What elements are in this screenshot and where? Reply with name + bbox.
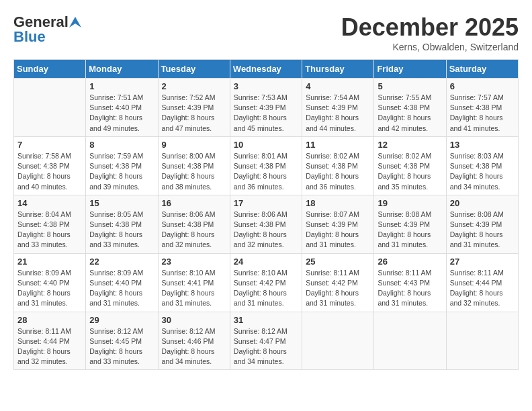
day-info: Sunrise: 8:11 AM Sunset: 4:44 PM Dayligh…: [450, 268, 515, 309]
day-number: 25: [306, 257, 370, 267]
day-number: 1: [89, 81, 154, 91]
calendar-cell: 17Sunrise: 8:06 AM Sunset: 4:38 PM Dayli…: [230, 195, 302, 253]
calendar-cell: 7Sunrise: 7:58 AM Sunset: 4:38 PM Daylig…: [14, 136, 86, 195]
calendar-week-3: 14Sunrise: 8:04 AM Sunset: 4:38 PM Dayli…: [14, 195, 519, 253]
day-info: Sunrise: 8:04 AM Sunset: 4:38 PM Dayligh…: [17, 210, 82, 250]
logo-bird-icon: [69, 17, 81, 28]
calendar-table: SundayMondayTuesdayWednesdayThursdayFrid…: [13, 59, 519, 370]
day-info: Sunrise: 8:11 AM Sunset: 4:42 PM Dayligh…: [306, 268, 370, 309]
day-info: Sunrise: 8:02 AM Sunset: 4:38 PM Dayligh…: [306, 151, 370, 192]
day-number: 21: [17, 257, 82, 267]
day-number: 4: [306, 81, 370, 91]
day-number: 16: [162, 198, 226, 208]
logo-blue: Blue: [13, 28, 46, 46]
day-info: Sunrise: 7:58 AM Sunset: 4:38 PM Dayligh…: [17, 151, 82, 192]
calendar-week-1: 1Sunrise: 7:51 AM Sunset: 4:40 PM Daylig…: [14, 79, 519, 137]
day-number: 3: [234, 81, 298, 91]
day-info: Sunrise: 7:51 AM Sunset: 4:40 PM Dayligh…: [89, 93, 154, 134]
calendar-cell: 31Sunrise: 8:12 AM Sunset: 4:47 PM Dayli…: [230, 312, 302, 370]
day-info: Sunrise: 7:57 AM Sunset: 4:38 PM Dayligh…: [450, 93, 515, 134]
day-info: Sunrise: 8:11 AM Sunset: 4:44 PM Dayligh…: [17, 326, 82, 367]
day-info: Sunrise: 8:07 AM Sunset: 4:39 PM Dayligh…: [306, 210, 370, 250]
calendar-cell: 1Sunrise: 7:51 AM Sunset: 4:40 PM Daylig…: [86, 79, 158, 137]
day-info: Sunrise: 8:09 AM Sunset: 4:40 PM Dayligh…: [89, 268, 154, 309]
day-number: 14: [17, 198, 82, 208]
calendar-cell: 24Sunrise: 8:10 AM Sunset: 4:42 PM Dayli…: [230, 253, 302, 312]
calendar-cell: 6Sunrise: 7:57 AM Sunset: 4:38 PM Daylig…: [446, 79, 518, 137]
day-number: 20: [450, 198, 515, 208]
calendar-cell: 27Sunrise: 8:11 AM Sunset: 4:44 PM Dayli…: [446, 253, 518, 312]
day-info: Sunrise: 7:59 AM Sunset: 4:38 PM Dayligh…: [89, 151, 154, 192]
weekday-header-monday: Monday: [86, 60, 158, 79]
day-number: 8: [89, 140, 154, 150]
day-info: Sunrise: 7:54 AM Sunset: 4:39 PM Dayligh…: [306, 93, 370, 134]
calendar-cell: 2Sunrise: 7:52 AM Sunset: 4:39 PM Daylig…: [158, 79, 230, 137]
weekday-header-thursday: Thursday: [302, 60, 374, 79]
calendar-cell: [446, 312, 518, 370]
day-info: Sunrise: 8:02 AM Sunset: 4:38 PM Dayligh…: [378, 151, 442, 192]
calendar-cell: 3Sunrise: 7:53 AM Sunset: 4:39 PM Daylig…: [230, 79, 302, 137]
calendar-cell: 10Sunrise: 8:01 AM Sunset: 4:38 PM Dayli…: [230, 136, 302, 195]
day-number: 19: [378, 198, 442, 208]
day-number: 13: [450, 140, 515, 150]
day-number: 26: [378, 257, 442, 267]
day-info: Sunrise: 7:52 AM Sunset: 4:39 PM Dayligh…: [162, 93, 226, 134]
day-number: 17: [234, 198, 298, 208]
location: Kerns, Obwalden, Switzerland: [341, 42, 519, 52]
day-info: Sunrise: 8:10 AM Sunset: 4:42 PM Dayligh…: [234, 268, 298, 309]
calendar-week-5: 28Sunrise: 8:11 AM Sunset: 4:44 PM Dayli…: [14, 312, 519, 370]
day-info: Sunrise: 8:12 AM Sunset: 4:47 PM Dayligh…: [234, 326, 298, 367]
weekday-header-friday: Friday: [374, 60, 446, 79]
calendar-cell: 22Sunrise: 8:09 AM Sunset: 4:40 PM Dayli…: [86, 253, 158, 312]
calendar-cell: 26Sunrise: 8:11 AM Sunset: 4:43 PM Dayli…: [374, 253, 446, 312]
calendar-cell: 13Sunrise: 8:03 AM Sunset: 4:38 PM Dayli…: [446, 136, 518, 195]
calendar-cell: 16Sunrise: 8:06 AM Sunset: 4:38 PM Dayli…: [158, 195, 230, 253]
calendar-cell: 18Sunrise: 8:07 AM Sunset: 4:39 PM Dayli…: [302, 195, 374, 253]
calendar-cell: [14, 79, 86, 137]
weekday-header-tuesday: Tuesday: [158, 60, 230, 79]
calendar-cell: 25Sunrise: 8:11 AM Sunset: 4:42 PM Dayli…: [302, 253, 374, 312]
day-number: 30: [162, 315, 226, 325]
day-info: Sunrise: 8:06 AM Sunset: 4:38 PM Dayligh…: [234, 210, 298, 250]
calendar-cell: 21Sunrise: 8:09 AM Sunset: 4:40 PM Dayli…: [14, 253, 86, 312]
calendar-cell: 29Sunrise: 8:12 AM Sunset: 4:45 PM Dayli…: [86, 312, 158, 370]
day-info: Sunrise: 8:10 AM Sunset: 4:41 PM Dayligh…: [162, 268, 226, 309]
calendar-cell: 12Sunrise: 8:02 AM Sunset: 4:38 PM Dayli…: [374, 136, 446, 195]
calendar-cell: 9Sunrise: 8:00 AM Sunset: 4:38 PM Daylig…: [158, 136, 230, 195]
day-number: 12: [378, 140, 442, 150]
day-number: 29: [89, 315, 154, 325]
day-info: Sunrise: 8:05 AM Sunset: 4:38 PM Dayligh…: [89, 210, 154, 250]
title-section: December 2025 Kerns, Obwalden, Switzerla…: [341, 13, 519, 52]
day-number: 22: [89, 257, 154, 267]
calendar-cell: 23Sunrise: 8:10 AM Sunset: 4:41 PM Dayli…: [158, 253, 230, 312]
calendar-cell: 28Sunrise: 8:11 AM Sunset: 4:44 PM Dayli…: [14, 312, 86, 370]
day-number: 24: [234, 257, 298, 267]
day-info: Sunrise: 8:12 AM Sunset: 4:45 PM Dayligh…: [89, 326, 154, 367]
day-info: Sunrise: 8:09 AM Sunset: 4:40 PM Dayligh…: [17, 268, 82, 309]
day-number: 2: [162, 81, 226, 91]
calendar-cell: 20Sunrise: 8:08 AM Sunset: 4:39 PM Dayli…: [446, 195, 518, 253]
day-info: Sunrise: 8:06 AM Sunset: 4:38 PM Dayligh…: [162, 210, 226, 250]
day-number: 6: [450, 81, 515, 91]
calendar-cell: 30Sunrise: 8:12 AM Sunset: 4:46 PM Dayli…: [158, 312, 230, 370]
calendar-body: 1Sunrise: 7:51 AM Sunset: 4:40 PM Daylig…: [14, 79, 519, 370]
day-info: Sunrise: 8:11 AM Sunset: 4:43 PM Dayligh…: [378, 268, 442, 309]
calendar-week-2: 7Sunrise: 7:58 AM Sunset: 4:38 PM Daylig…: [14, 136, 519, 195]
day-number: 18: [306, 198, 370, 208]
day-number: 7: [17, 140, 82, 150]
day-number: 10: [234, 140, 298, 150]
svg-marker-0: [69, 17, 81, 28]
weekday-header-row: SundayMondayTuesdayWednesdayThursdayFrid…: [14, 60, 519, 79]
calendar-cell: 19Sunrise: 8:08 AM Sunset: 4:39 PM Dayli…: [374, 195, 446, 253]
day-number: 11: [306, 140, 370, 150]
day-info: Sunrise: 8:08 AM Sunset: 4:39 PM Dayligh…: [450, 210, 515, 250]
calendar-cell: [302, 312, 374, 370]
day-info: Sunrise: 8:08 AM Sunset: 4:39 PM Dayligh…: [378, 210, 442, 250]
calendar-cell: 15Sunrise: 8:05 AM Sunset: 4:38 PM Dayli…: [86, 195, 158, 253]
day-info: Sunrise: 8:01 AM Sunset: 4:38 PM Dayligh…: [234, 151, 298, 192]
day-number: 23: [162, 257, 226, 267]
calendar-week-4: 21Sunrise: 8:09 AM Sunset: 4:40 PM Dayli…: [14, 253, 519, 312]
day-info: Sunrise: 8:12 AM Sunset: 4:46 PM Dayligh…: [162, 326, 226, 367]
day-number: 5: [378, 81, 442, 91]
day-number: 9: [162, 140, 226, 150]
